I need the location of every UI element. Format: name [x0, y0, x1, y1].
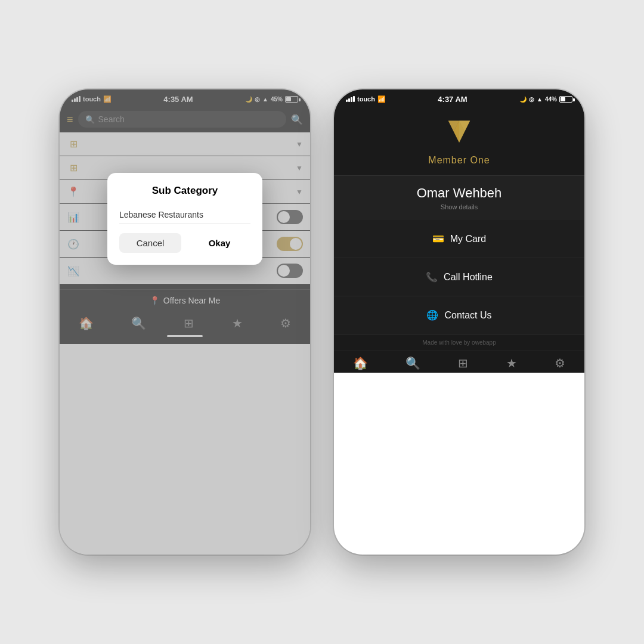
phone-icon: 📞	[426, 271, 438, 283]
user-section: Omar Wehbeh Show details	[334, 175, 584, 220]
footer-text: Made with love by owebapp	[334, 335, 584, 351]
menu-my-card[interactable]: 💳 My Card	[334, 220, 584, 258]
nav-home-right[interactable]: 🏠	[353, 356, 368, 370]
call-hotline-label: Call Hotline	[444, 272, 493, 283]
logo-container	[441, 118, 477, 150]
show-details[interactable]: Show details	[343, 203, 575, 210]
screen-right: Member One Omar Wehbeh Show details 💳 My…	[334, 106, 584, 377]
screen-left: ≡ 🔍 Search 🔍 ⊞ Category Restaurants & Co…	[60, 106, 310, 284]
app-name: Member One	[428, 155, 490, 166]
time-right: 4:37 AM	[438, 95, 467, 104]
dialog-cancel-button[interactable]: Cancel	[119, 233, 181, 253]
contact-us-label: Contact Us	[444, 310, 491, 321]
subcategory-dialog: Sub Category Lebanese Restaurants Cancel…	[107, 173, 262, 265]
wifi-icon-right: 📶	[377, 95, 386, 103]
menu-items: 💳 My Card 📞 Call Hotline 🌐 Contact Us	[334, 220, 584, 335]
nav-divider-right	[441, 375, 477, 377]
nav-bar-right: 🏠 🔍 ⊞ ★ ⚙	[334, 351, 584, 373]
menu-contact-us[interactable]: 🌐 Contact Us	[334, 296, 584, 335]
status-right-right: 🌙 ◎ ▲ 44%	[519, 96, 572, 103]
phone-left: touch 📶 4:35 AM 🌙 ◎ ▲ 45% ≡ 🔍 Sear	[60, 89, 310, 555]
status-left-right: touch 📶	[346, 95, 386, 103]
globe-icon: 🌐	[426, 309, 438, 321]
nav-grid-right[interactable]: ⊞	[458, 356, 468, 370]
app-logo	[441, 118, 477, 148]
card-icon: 💳	[432, 233, 444, 244]
status-bar-right: touch 📶 4:37 AM 🌙 ◎ ▲ 44%	[334, 89, 584, 106]
moon-icon-r: 🌙	[519, 96, 527, 103]
svg-marker-4	[459, 121, 470, 143]
arrow-icon-r: ▲	[537, 96, 543, 103]
signal-icon-right	[346, 96, 355, 102]
phone-right: touch 📶 4:37 AM 🌙 ◎ ▲ 44%	[334, 89, 584, 555]
nav-search-right[interactable]: 🔍	[405, 356, 420, 370]
logo-section: Member One	[334, 106, 584, 175]
battery-percent-right: 44%	[545, 96, 557, 103]
nav-settings-right[interactable]: ⚙	[555, 356, 565, 370]
nav-star-right[interactable]: ★	[506, 356, 517, 370]
carrier-right: touch	[357, 95, 375, 103]
my-card-label: My Card	[450, 234, 486, 244]
dialog-okay-button[interactable]: Okay	[188, 233, 250, 253]
modal-overlay: Sub Category Lebanese Restaurants Cancel…	[60, 89, 310, 555]
battery-icon-right	[559, 96, 572, 103]
user-name: Omar Wehbeh	[343, 185, 575, 201]
location-icon-r: ◎	[529, 96, 534, 103]
svg-marker-3	[448, 121, 459, 143]
dialog-item: Lebanese Restaurants	[119, 206, 250, 224]
battery-fill-right	[561, 97, 565, 101]
menu-call-hotline[interactable]: 📞 Call Hotline	[334, 258, 584, 296]
dialog-buttons: Cancel Okay	[119, 233, 250, 253]
dialog-title: Sub Category	[119, 185, 250, 197]
